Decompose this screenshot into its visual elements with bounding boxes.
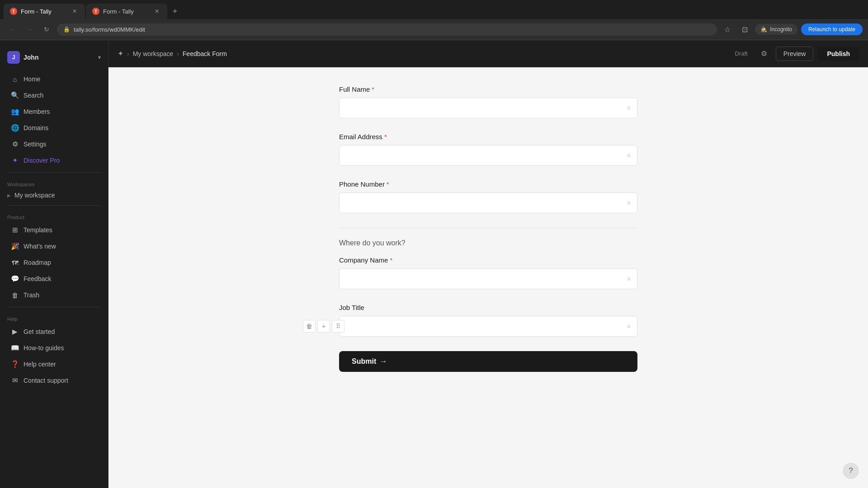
whats-new-icon: 🎉 xyxy=(11,242,19,250)
product-label: Product xyxy=(0,209,108,222)
sidebar-item-search-label: Search xyxy=(24,92,43,99)
relaunch-button[interactable]: Relaunch to update xyxy=(801,23,863,35)
user-menu[interactable]: J John ▾ xyxy=(0,47,108,71)
sidebar-item-trash[interactable]: 🗑 Trash xyxy=(4,287,104,303)
breadcrumb: ✦ › My workspace › Feedback Form xyxy=(118,49,725,58)
company-input[interactable]: ≡ xyxy=(339,268,637,289)
bookmark-button[interactable]: ☆ xyxy=(721,23,734,36)
workspace-name: My workspace xyxy=(14,192,55,199)
sidebar-item-roadmap-label: Roadmap xyxy=(24,259,51,266)
job-title-drag-icon: ≡ xyxy=(627,323,631,330)
field-action-bar: 🗑 + ⠿ xyxy=(303,320,344,333)
sidebar-item-members[interactable]: 👥 Members xyxy=(4,104,104,119)
sidebar-item-whats-new[interactable]: 🎉 What's new xyxy=(4,239,104,254)
email-label: Email Address * xyxy=(339,133,637,141)
new-tab-button[interactable]: + xyxy=(168,5,182,18)
full-name-required-star: * xyxy=(372,86,374,93)
drag-field-button[interactable]: ⠿ xyxy=(332,320,344,333)
tab-2-favicon: T xyxy=(92,8,99,15)
sidebar-item-search[interactable]: 🔍 Search xyxy=(4,88,104,103)
incognito-icon: 🕵 xyxy=(760,26,767,33)
breadcrumb-form-name[interactable]: Feedback Form xyxy=(183,50,227,57)
job-title-input[interactable]: ≡ xyxy=(339,316,637,337)
sidebar-divider-3 xyxy=(7,307,101,307)
email-required-star: * xyxy=(384,133,387,141)
sidebar-item-workspace[interactable]: ▶ My workspace xyxy=(0,189,108,202)
sidebar-item-help-center[interactable]: ❓ Help center xyxy=(4,357,104,372)
sidebar-toggle-button[interactable]: ⊡ xyxy=(738,23,751,36)
sidebar-item-settings[interactable]: ⚙ Settings xyxy=(4,136,104,152)
reload-button[interactable]: ↻ xyxy=(40,23,53,36)
sidebar-item-discover-label: Discover Pro xyxy=(24,157,60,164)
tab-2[interactable]: T Form - Tally ✕ xyxy=(86,4,167,19)
tab-1-favicon: T xyxy=(10,8,17,15)
field-group-job-title: Job Title 🗑 + ⠿ ≡ xyxy=(339,304,637,337)
section-question: Where do you work? xyxy=(339,239,637,247)
full-name-input[interactable]: ≡ xyxy=(339,98,637,118)
members-icon: 👥 xyxy=(11,108,19,116)
sidebar-item-discover[interactable]: ✦ Discover Pro xyxy=(4,153,104,168)
home-icon: ⌂ xyxy=(11,75,19,83)
tab-1-close[interactable]: ✕ xyxy=(71,7,79,15)
form-settings-button[interactable]: ⚙ xyxy=(757,47,771,61)
sidebar-item-get-started[interactable]: ▶ Get started xyxy=(4,324,104,339)
submit-button-preview[interactable]: Submit → xyxy=(339,351,637,372)
sidebar-item-feedback[interactable]: 💬 Feedback xyxy=(4,271,104,286)
sidebar-item-how-to-label: How-to guides xyxy=(24,344,64,352)
breadcrumb-workspace[interactable]: My workspace xyxy=(133,50,173,57)
full-name-drag-icon: ≡ xyxy=(627,104,631,112)
incognito-label: Incognito xyxy=(770,26,792,33)
sidebar-item-home[interactable]: ⌂ Home xyxy=(4,71,104,87)
tab-2-close[interactable]: ✕ xyxy=(153,7,161,15)
sidebar-divider-1 xyxy=(7,172,101,173)
sidebar-item-get-started-label: Get started xyxy=(24,328,55,335)
phone-input[interactable]: ≡ xyxy=(339,192,637,213)
settings-icon: ⚙ xyxy=(11,140,19,148)
incognito-button[interactable]: 🕵 Incognito xyxy=(755,24,797,35)
full-name-label: Full Name * xyxy=(339,85,637,93)
company-required-star: * xyxy=(390,257,392,264)
sidebar-item-templates-label: Templates xyxy=(24,226,52,234)
phone-drag-icon: ≡ xyxy=(627,199,631,206)
company-label: Company Name * xyxy=(339,256,637,264)
back-button[interactable]: ← xyxy=(5,23,19,36)
phone-label: Phone Number * xyxy=(339,180,637,188)
sidebar-item-contact[interactable]: ✉ Contact support xyxy=(4,373,104,388)
preview-button[interactable]: Preview xyxy=(776,47,814,61)
tally-logo-icon: ✦ xyxy=(118,49,123,58)
phone-required-star: * xyxy=(387,181,389,188)
sidebar: J John ▾ ⌂ Home 🔍 Search 👥 Members 🌐 Dom… xyxy=(0,40,108,488)
search-icon: 🔍 xyxy=(11,91,19,99)
lock-icon: 🔒 xyxy=(63,26,70,33)
sidebar-item-roadmap[interactable]: 🗺 Roadmap xyxy=(4,255,104,270)
user-name: John xyxy=(24,54,38,61)
sidebar-item-home-label: Home xyxy=(24,75,40,83)
tab-1[interactable]: T Form - Tally ✕ xyxy=(4,4,85,19)
workspaces-label: Workspaces xyxy=(0,176,108,189)
forward-button[interactable]: → xyxy=(23,23,36,36)
sidebar-item-domains[interactable]: 🌐 Domains xyxy=(4,120,104,136)
sidebar-item-templates[interactable]: ⊞ Templates xyxy=(4,222,104,238)
sidebar-item-contact-label: Contact support xyxy=(24,377,68,384)
sidebar-item-settings-label: Settings xyxy=(24,141,47,148)
nav-bar: ← → ↻ 🔒 tally.so/forms/wd0MMK/edit ☆ ⊡ 🕵… xyxy=(0,19,868,40)
how-to-icon: 📖 xyxy=(11,344,19,352)
email-drag-icon: ≡ xyxy=(627,152,631,159)
domains-icon: 🌐 xyxy=(11,124,19,132)
address-bar[interactable]: 🔒 tally.so/forms/wd0MMK/edit xyxy=(57,23,717,36)
templates-icon: ⊞ xyxy=(11,226,19,234)
sidebar-item-how-to[interactable]: 📖 How-to guides xyxy=(4,340,104,356)
draft-badge: Draft xyxy=(730,48,752,59)
add-field-button[interactable]: + xyxy=(317,320,330,333)
delete-field-button[interactable]: 🗑 xyxy=(303,320,316,333)
help-center-icon: ❓ xyxy=(11,360,19,368)
sidebar-item-whats-new-label: What's new xyxy=(24,243,56,250)
tab-2-title: Form - Tally xyxy=(103,8,149,15)
user-avatar: J xyxy=(7,51,20,64)
nav-right: ☆ ⊡ 🕵 Incognito Relaunch to update xyxy=(721,23,863,36)
publish-button[interactable]: Publish xyxy=(818,47,859,61)
field-group-company: Company Name * ≡ xyxy=(339,256,637,289)
help-label: Help xyxy=(0,311,108,324)
help-button[interactable]: ? xyxy=(843,463,859,479)
email-input[interactable]: ≡ xyxy=(339,145,637,166)
